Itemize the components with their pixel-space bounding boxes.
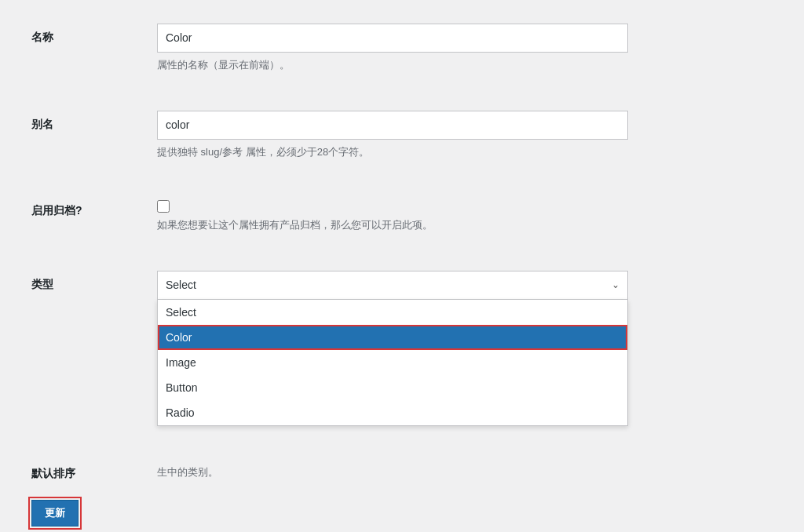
archive-row: 启用归档? 如果您想要让这个属性拥有产品归档，那么您可以开启此项。 — [31, 197, 773, 252]
archive-description: 如果您想要让这个属性拥有产品归档，那么您可以开启此项。 — [157, 217, 628, 233]
chevron-down-icon: ⌄ — [612, 278, 619, 292]
alias-description: 提供独特 slug/参考 属性，必须少于28个字符。 — [157, 144, 628, 160]
name-row: 名称 属性的名称（显示在前端）。 — [31, 24, 773, 92]
dropdown-item[interactable]: Select — [158, 300, 627, 325]
name-input[interactable] — [157, 24, 628, 53]
dropdown-item[interactable]: Radio — [158, 400, 627, 425]
default-sort-row: 默认排序 生中的类别。 — [31, 460, 773, 482]
dropdown-item[interactable]: Image — [158, 350, 627, 375]
name-label: 名称 — [31, 24, 157, 46]
button-row: 更新 — [31, 500, 773, 527]
name-field: 属性的名称（显示在前端）。 — [157, 24, 628, 73]
default-sort-field: 生中的类别。 — [157, 460, 628, 480]
archive-checkbox-wrapper — [157, 197, 628, 213]
alias-row: 别名 提供独特 slug/参考 属性，必须少于28个字符。 — [31, 111, 773, 179]
type-dropdown-list: SelectColorImageButtonRadio — [157, 300, 628, 426]
default-sort-description: 生中的类别。 — [157, 465, 628, 480]
alias-label: 别名 — [31, 111, 157, 133]
type-select-wrapper: Select ⌄ SelectColorImageButtonRadio — [157, 271, 628, 300]
alias-field: 提供独特 slug/参考 属性，必须少于28个字符。 — [157, 111, 628, 160]
update-button[interactable]: 更新 — [31, 500, 79, 527]
archive-field: 如果您想要让这个属性拥有产品归档，那么您可以开启此项。 — [157, 197, 628, 233]
type-label: 类型 — [31, 271, 157, 293]
form-container: 名称 属性的名称（显示在前端）。 别名 提供独特 slug/参考 属性，必须少于… — [31, 24, 773, 527]
default-sort-label: 默认排序 — [31, 460, 157, 482]
name-description: 属性的名称（显示在前端）。 — [157, 57, 628, 73]
type-field: Select ⌄ SelectColorImageButtonRadio — [157, 271, 628, 300]
alias-input[interactable] — [157, 111, 628, 140]
type-select-button[interactable]: Select ⌄ — [157, 271, 628, 300]
dropdown-item[interactable]: Color — [158, 325, 627, 350]
archive-checkbox[interactable] — [157, 200, 170, 213]
dropdown-item[interactable]: Button — [158, 375, 627, 400]
type-row: 类型 Select ⌄ SelectColorImageButtonRadio — [31, 271, 773, 319]
type-select-value: Select — [166, 277, 196, 293]
archive-label: 启用归档? — [31, 197, 157, 219]
